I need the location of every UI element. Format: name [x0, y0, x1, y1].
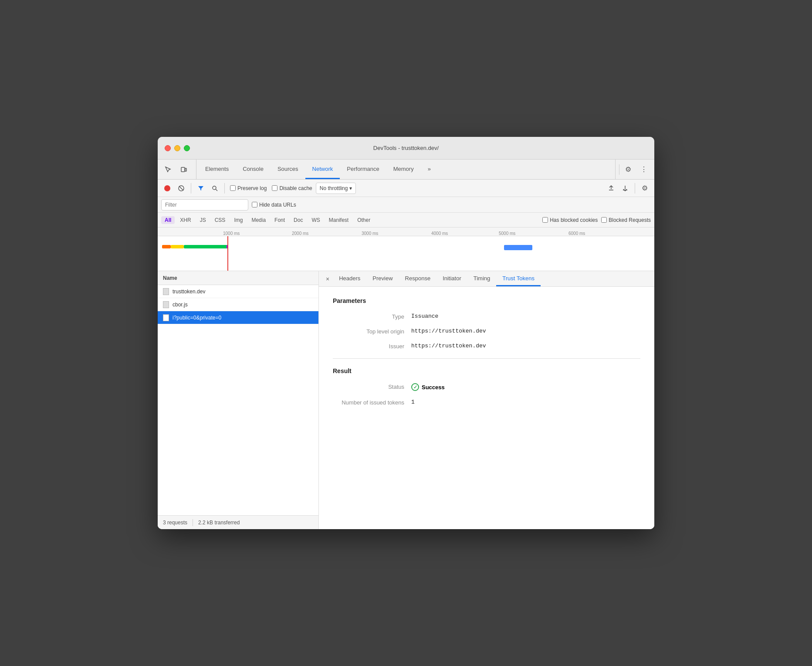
traffic-lights: [165, 145, 190, 151]
type-row: Type Issuance: [333, 313, 640, 320]
type-filter-right: Has blocked cookies Blocked Requests: [542, 217, 651, 223]
import-button[interactable]: [605, 182, 617, 194]
tick-3000: 3000 ms: [362, 231, 378, 236]
status-badge: ✓ Success: [411, 383, 445, 391]
type-filter-ws[interactable]: WS: [308, 216, 323, 224]
status-label: Status: [333, 383, 411, 390]
throttle-chevron-icon: ▾: [349, 185, 352, 191]
requests-size: 2.2 kB transferred: [198, 520, 240, 526]
type-filter-js[interactable]: JS: [196, 216, 210, 224]
tab-more[interactable]: »: [421, 160, 438, 179]
toolbar-divider-2: [224, 183, 225, 194]
maximize-button[interactable]: [184, 145, 190, 151]
request-item-cbor[interactable]: cbor.js: [158, 298, 318, 311]
type-filter-other[interactable]: Other: [354, 216, 374, 224]
more-menu-button[interactable]: ⋮: [637, 163, 651, 177]
type-filter-media[interactable]: Media: [248, 216, 269, 224]
section-separator: [333, 358, 640, 359]
search-button[interactable]: [209, 182, 221, 194]
nav-icons: [161, 160, 196, 179]
blocked-requests-checkbox[interactable]: [601, 217, 607, 223]
filter-input[interactable]: [165, 202, 244, 208]
timeline-ruler: 1000 ms 2000 ms 3000 ms 4000 ms 5000 ms …: [158, 228, 654, 236]
blocked-requests-label[interactable]: Blocked Requests: [601, 217, 651, 223]
request-item-trusttoken[interactable]: trusttoken.dev: [158, 285, 318, 298]
svg-point-4: [213, 186, 216, 190]
settings-button[interactable]: ⚙: [621, 163, 635, 177]
hide-data-urls-label[interactable]: Hide data URLs: [252, 202, 296, 208]
requests-header: Name: [158, 271, 318, 285]
has-blocked-cookies-label[interactable]: Has blocked cookies: [542, 217, 598, 223]
status-value: Success: [422, 384, 445, 391]
type-filter-font[interactable]: Font: [271, 216, 288, 224]
record-button[interactable]: [161, 182, 173, 194]
hide-data-urls-checkbox[interactable]: [252, 202, 257, 207]
tab-memory[interactable]: Memory: [386, 160, 421, 179]
type-filter-all[interactable]: All: [161, 216, 175, 224]
request-item-issuance[interactable]: i?public=0&private=0: [158, 311, 318, 324]
cursor-icon-button[interactable]: [161, 163, 175, 177]
request-icon-trusttoken: [163, 288, 169, 295]
throttle-value: No throttling: [320, 185, 348, 191]
has-blocked-cookies-checkbox[interactable]: [542, 217, 548, 223]
detail-tab-preview[interactable]: Preview: [366, 271, 399, 286]
filter-input-wrap[interactable]: [161, 199, 248, 211]
throttle-select[interactable]: No throttling ▾: [316, 183, 356, 194]
type-filter-img[interactable]: Img: [230, 216, 246, 224]
detail-tab-headers[interactable]: Headers: [333, 271, 366, 286]
type-filter-manifest[interactable]: Manifest: [325, 216, 352, 224]
disable-cache-text: Disable cache: [279, 185, 312, 191]
type-filter-xhr[interactable]: XHR: [176, 216, 194, 224]
tick-6000: 6000 ms: [568, 231, 585, 236]
issuer-label: Issuer: [333, 343, 411, 350]
type-filter-css[interactable]: CSS: [211, 216, 229, 224]
requests-count: 3 requests: [163, 520, 187, 526]
export-button[interactable]: [619, 182, 631, 194]
disable-cache-label[interactable]: Disable cache: [272, 185, 312, 191]
tab-performance[interactable]: Performance: [340, 160, 386, 179]
top-level-origin-value: https://trusttoken.dev: [411, 328, 486, 334]
type-filter-doc[interactable]: Doc: [290, 216, 306, 224]
type-filter-bar: All XHR JS CSS Img Media Font Doc WS Man…: [158, 213, 654, 228]
filter-bar: Hide data URLs: [158, 197, 654, 213]
tab-elements[interactable]: Elements: [198, 160, 236, 179]
main-area: Name trusttoken.dev cbor.js i?public=0&p…: [158, 271, 654, 529]
network-settings-icon: ⚙: [642, 184, 648, 192]
blocked-requests-text: Blocked Requests: [609, 217, 651, 223]
requests-footer: 3 requests 2.2 kB transferred: [158, 515, 318, 529]
nav-right: ⚙ ⋮: [615, 160, 651, 179]
nav-bar: Elements Console Sources Network Perform…: [158, 160, 654, 180]
title-bar: DevTools - trusttoken.dev/: [158, 137, 654, 160]
request-name-trusttoken: trusttoken.dev: [173, 289, 205, 295]
close-button[interactable]: [165, 145, 171, 151]
device-toolbar-button[interactable]: [177, 163, 191, 177]
footer-divider: [193, 519, 193, 526]
issued-tokens-label: Number of issued tokens: [333, 399, 411, 406]
issued-tokens-row: Number of issued tokens 1: [333, 399, 640, 406]
tick-2000: 2000 ms: [292, 231, 308, 236]
issuer-value: https://trusttoken.dev: [411, 343, 486, 349]
tab-network[interactable]: Network: [305, 160, 340, 179]
tab-console[interactable]: Console: [236, 160, 271, 179]
waterfall-bar-yellow: [171, 245, 184, 248]
disable-cache-checkbox[interactable]: [272, 185, 277, 191]
toolbar: Preserve log Disable cache No throttling…: [158, 180, 654, 197]
clear-button[interactable]: [175, 182, 187, 194]
toolbar-divider-1: [191, 183, 191, 194]
detail-tab-timing[interactable]: Timing: [467, 271, 497, 286]
detail-tabs: × Headers Preview Response Initiator Tim…: [319, 271, 654, 287]
close-detail-button[interactable]: ×: [322, 271, 333, 286]
preserve-log-label[interactable]: Preserve log: [230, 185, 267, 191]
minimize-button[interactable]: [174, 145, 180, 151]
preserve-log-checkbox[interactable]: [230, 185, 236, 191]
window-title: DevTools - trusttoken.dev/: [373, 145, 439, 151]
detail-tab-response[interactable]: Response: [399, 271, 437, 286]
filter-button[interactable]: [195, 182, 207, 194]
vertical-line: [227, 236, 228, 271]
tab-sources[interactable]: Sources: [271, 160, 305, 179]
network-settings-button[interactable]: ⚙: [639, 182, 651, 194]
result-title: Result: [333, 367, 640, 374]
issuer-row: Issuer https://trusttoken.dev: [333, 343, 640, 350]
detail-tab-initiator[interactable]: Initiator: [436, 271, 467, 286]
detail-tab-trust-tokens[interactable]: Trust Tokens: [496, 271, 541, 286]
